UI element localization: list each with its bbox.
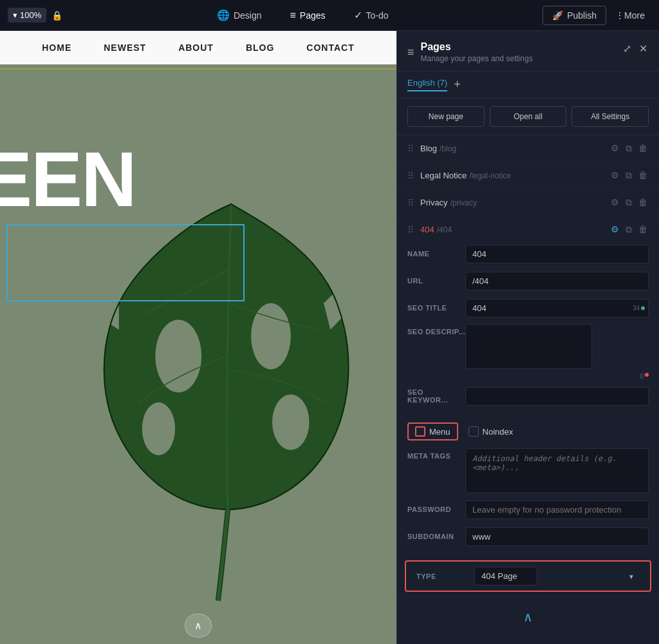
type-select[interactable]: 404 Page Normal Page Homepage	[474, 567, 537, 585]
nav-home: HOME	[42, 43, 71, 53]
language-tab-english[interactable]: English (7)	[407, 78, 447, 91]
meta-tags-input[interactable]	[465, 448, 649, 493]
page-item-legal[interactable]: ⠿ Legal Notice /legal-notice ⚙ ⧉ 🗑	[397, 162, 659, 189]
drag-handle-icon: ⠿	[407, 198, 414, 208]
open-all-button[interactable]: Open all	[490, 106, 567, 127]
check-circle-icon: ✓	[354, 9, 362, 21]
form-row-seo-desc: SEO DESCRIP... 0	[407, 324, 649, 380]
nav-about: ABOUT	[178, 43, 214, 53]
name-input[interactable]	[465, 245, 649, 263]
seo-desc-wrapper: 0	[465, 324, 649, 380]
more-button[interactable]: ⋮ More	[609, 6, 651, 24]
form-label-seo-desc: SEO DESCRIP...	[407, 324, 465, 336]
page-item-404-header[interactable]: ⠿ 404 /404 ⚙ ⧉ 🗑	[397, 216, 659, 243]
close-icon[interactable]: ✕	[638, 41, 649, 56]
rocket-icon: 🚀	[552, 10, 563, 21]
main-content: HOME NEWEST ABOUT BLOG CONTACT	[0, 31, 659, 644]
panel-title: Pages	[421, 41, 533, 53]
collapse-btn-row: ∧	[397, 600, 659, 636]
globe-icon: 🌐	[217, 9, 230, 21]
design-btn[interactable]: 🌐 Design	[210, 5, 268, 25]
panel-title-row: ≡ Pages Manage your pages and settings	[407, 41, 533, 63]
meta-tags-label: META TAGS	[407, 448, 465, 460]
page-actions-404: ⚙ ⧉ 🗑	[609, 223, 649, 236]
page-list: ⠿ Blog /blog ⚙ ⧉ 🗑 ⠿ Legal Notice /legal…	[397, 135, 659, 600]
menu-checkbox-label[interactable]: Menu	[407, 422, 458, 440]
topbar-right: 🚀 Publish ⋮ More	[543, 6, 651, 25]
meta-tags-row: META TAGS	[397, 446, 659, 498]
canvas-body: EEN	[0, 70, 396, 644]
panel-subtitle: Manage your pages and settings	[421, 54, 533, 63]
topbar-center: 🌐 Design ≡ Pages ✓ To-do	[210, 5, 395, 25]
page-slug-legal: /legal-notice	[469, 171, 511, 180]
zoom-control[interactable]: ▾ 100%	[8, 8, 46, 23]
page-form-404: NAME URL SEO TITLE 34	[397, 243, 659, 417]
pages-btn[interactable]: ≡ Pages	[283, 6, 331, 25]
page-item-privacy[interactable]: ⠿ Privacy /privacy ⚙ ⧉ 🗑	[397, 189, 659, 216]
form-row-password: PASSWORD	[407, 498, 649, 520]
form-label-subdomain: SUBDOMAIN	[407, 533, 465, 540]
page-item-404: ⠿ 404 /404 ⚙ ⧉ 🗑 NAME	[397, 216, 659, 598]
collapse-button[interactable]: ∧	[513, 607, 543, 627]
topbar: ▾ 100% 🔒 🌐 Design ≡ Pages ✓ To-do 🚀 Publ…	[0, 0, 659, 31]
zoom-level: 100%	[20, 10, 41, 20]
page-copy-icon[interactable]: ⧉	[624, 142, 633, 155]
form-label-seo-keywords: SEO KEYWOR...	[407, 388, 465, 404]
seo-desc-count: 0	[465, 373, 649, 380]
page-copy-icon[interactable]: ⧉	[624, 223, 633, 236]
expand-icon[interactable]: ⤢	[622, 41, 633, 56]
page-copy-icon[interactable]: ⧉	[624, 169, 633, 182]
list-icon: ≡	[290, 10, 295, 21]
page-delete-icon[interactable]: 🗑	[637, 142, 649, 155]
drag-handle-icon: ⠿	[407, 144, 414, 154]
password-input[interactable]	[465, 500, 649, 519]
lang-tab-label: English (7)	[407, 78, 447, 88]
todo-btn[interactable]: ✓ To-do	[348, 5, 395, 25]
seo-title-count: 34	[633, 305, 645, 312]
url-input[interactable]	[465, 272, 649, 290]
form-row-seo-title: SEO TITLE 34	[407, 297, 649, 319]
page-settings-icon-active[interactable]: ⚙	[609, 223, 620, 236]
drag-handle-icon: ⠿	[407, 225, 414, 235]
page-delete-icon[interactable]: 🗑	[637, 223, 649, 236]
page-actions-privacy: ⚙ ⧉ 🗑	[609, 196, 649, 209]
site-nav: HOME NEWEST ABOUT BLOG CONTACT	[0, 31, 396, 64]
scroll-to-top-button[interactable]: ∧	[185, 614, 212, 638]
form-row-subdomain: SUBDOMAIN	[407, 526, 649, 547]
seo-title-field-wrapper: 34	[465, 299, 649, 317]
seo-keywords-input[interactable]	[465, 387, 649, 406]
type-row: TYPE 404 Page Normal Page Homepage	[405, 560, 651, 592]
page-settings-icon[interactable]: ⚙	[609, 169, 620, 182]
pages-panel: ≡ Pages Manage your pages and settings ⤢…	[396, 31, 659, 644]
form-row-seo-keywords: SEO KEYWOR...	[407, 385, 649, 407]
seo-title-input[interactable]	[465, 299, 649, 317]
page-slug-404: /404	[437, 225, 452, 234]
page-copy-icon[interactable]: ⧉	[624, 196, 633, 209]
all-settings-button[interactable]: All Settings	[571, 106, 649, 127]
subdomain-input[interactable]	[465, 527, 649, 546]
new-page-button[interactable]: New page	[407, 106, 485, 127]
page-delete-icon[interactable]: 🗑	[637, 169, 649, 182]
menu-checkbox-text: Menu	[429, 427, 450, 437]
canvas-preview: HOME NEWEST ABOUT BLOG CONTACT	[0, 31, 396, 644]
add-language-button[interactable]: +	[454, 78, 461, 91]
seo-desc-input[interactable]	[465, 324, 592, 369]
nav-newest: NEWEST	[104, 43, 146, 53]
page-item-blog[interactable]: ⠿ Blog /blog ⚙ ⧉ 🗑	[397, 135, 659, 162]
type-label: TYPE	[416, 573, 474, 580]
page-settings-icon[interactable]: ⚙	[609, 196, 620, 209]
panel-header: ≡ Pages Manage your pages and settings ⤢…	[397, 31, 659, 71]
noindex-checkbox[interactable]	[469, 426, 479, 437]
panel-header-actions: ⤢ ✕	[622, 41, 649, 56]
page-delete-icon[interactable]: 🗑	[637, 196, 649, 209]
dots-icon: ⋮	[615, 10, 624, 21]
page-actions-legal: ⚙ ⧉ 🗑	[609, 169, 649, 182]
publish-button[interactable]: 🚀 Publish	[543, 6, 606, 25]
page-actions-blog: ⚙ ⧉ 🗑	[609, 142, 649, 155]
page-settings-icon[interactable]: ⚙	[609, 142, 620, 155]
lock-icon: 🔒	[51, 10, 62, 21]
noindex-checkbox-label[interactable]: Noindex	[469, 426, 514, 437]
menu-checkbox[interactable]	[415, 426, 425, 437]
page-name-legal: Legal Notice	[420, 171, 467, 180]
form-label-seo-title: SEO TITLE	[407, 304, 465, 312]
